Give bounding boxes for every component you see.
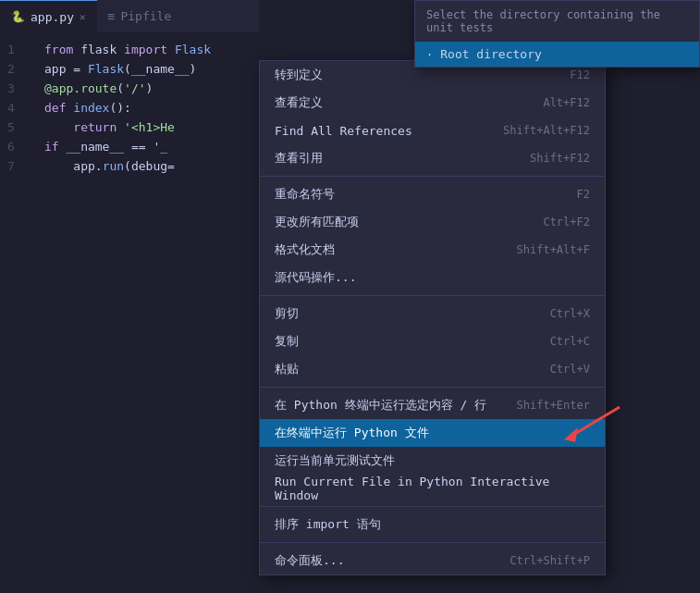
menu-item-label: 查看引用 xyxy=(275,150,530,167)
menu-item-shortcut: Ctrl+C xyxy=(550,335,590,348)
root-directory-label: Root directory xyxy=(440,47,542,61)
menu-item-shortcut: Shift+Alt+F12 xyxy=(503,124,590,137)
separator-4 xyxy=(260,506,605,507)
menu-item-label: 源代码操作... xyxy=(275,269,590,286)
separator-2 xyxy=(260,295,605,296)
root-directory-option[interactable]: · Root directory xyxy=(415,42,699,67)
tab-pipfile[interactable]: ≡ Pipfile xyxy=(97,0,183,32)
menu-item-label: 查看定义 xyxy=(275,94,543,111)
menu-item-run-in-terminal[interactable]: 在终端中运行 Python 文件 xyxy=(260,419,605,447)
tab-close-icon[interactable]: ✕ xyxy=(80,11,86,23)
tab-apppy-label: app.py xyxy=(31,10,74,24)
menu-item-label: 剪切 xyxy=(275,305,550,322)
pipfile-icon: ≡ xyxy=(108,9,116,23)
menu-item-shortcut: Shift+Alt+F xyxy=(517,243,590,256)
test-selector-panel: Select the directory containing the unit… xyxy=(414,0,700,68)
menu-item-peek-def[interactable]: 查看定义 Alt+F12 xyxy=(260,89,605,117)
menu-item-shortcut: Ctrl+X xyxy=(550,307,590,320)
menu-item-label: Run Current File in Python Interactive W… xyxy=(275,475,590,502)
tab-pipfile-label: Pipfile xyxy=(120,9,171,23)
separator-5 xyxy=(260,542,605,543)
menu-item-shortcut: Alt+F12 xyxy=(543,96,590,109)
menu-item-command-palette[interactable]: 命令面板... Ctrl+Shift+P xyxy=(260,547,605,574)
menu-item-label: 转到定义 xyxy=(275,67,570,83)
menu-item-label: 命令面板... xyxy=(275,552,510,569)
menu-item-label: 重命名符号 xyxy=(275,186,577,203)
menu-item-sort-imports[interactable]: 排序 import 语句 xyxy=(260,511,605,538)
menu-item-label: 在 Python 终端中运行选定内容 / 行 xyxy=(275,397,517,414)
menu-item-shortcut: Ctrl+V xyxy=(550,363,590,376)
menu-item-label: 运行当前单元测试文件 xyxy=(275,452,590,469)
bullet-icon: · xyxy=(426,48,433,61)
tab-bar: 🐍 app.py ✕ ≡ Pipfile xyxy=(0,0,259,32)
menu-item-rename[interactable]: 重命名符号 F2 xyxy=(260,180,605,208)
menu-item-label: 在终端中运行 Python 文件 xyxy=(275,425,590,441)
menu-item-label: 粘贴 xyxy=(275,361,550,377)
menu-item-label: 排序 import 语句 xyxy=(275,516,590,533)
context-menu: 转到定义 F12 查看定义 Alt+F12 Find All Reference… xyxy=(259,60,606,575)
menu-item-shortcut: Ctrl+Shift+P xyxy=(510,554,590,567)
code-editor[interactable]: from flask import Flask app = Flask(__na… xyxy=(37,32,259,176)
menu-item-shortcut: Shift+F12 xyxy=(530,152,590,165)
menu-item-label: 复制 xyxy=(275,333,550,350)
test-selector-header: Select the directory containing the unit… xyxy=(415,1,699,42)
separator-1 xyxy=(260,176,605,177)
menu-item-change-all[interactable]: 更改所有匹配项 Ctrl+F2 xyxy=(260,208,605,236)
test-selector-title: Select the directory containing the unit… xyxy=(426,8,660,34)
menu-item-shortcut: Shift+Enter xyxy=(517,399,590,412)
menu-item-cut[interactable]: 剪切 Ctrl+X xyxy=(260,300,605,327)
menu-item-shortcut: F12 xyxy=(570,68,590,81)
tab-apppy[interactable]: 🐍 app.py ✕ xyxy=(0,0,97,32)
menu-item-source-action[interactable]: 源代码操作... xyxy=(260,264,605,291)
menu-item-run-selection[interactable]: 在 Python 终端中运行选定内容 / 行 Shift+Enter xyxy=(260,391,605,419)
menu-item-copy[interactable]: 复制 Ctrl+C xyxy=(260,327,605,355)
line-numbers: 1 2 3 4 5 6 7 xyxy=(0,32,37,176)
menu-item-find-refs[interactable]: Find All References Shift+Alt+F12 xyxy=(260,117,605,144)
menu-item-label: 格式化文档 xyxy=(275,241,517,258)
menu-item-label: 更改所有匹配项 xyxy=(275,214,543,230)
menu-item-label: Find All References xyxy=(275,124,503,138)
menu-item-format-doc[interactable]: 格式化文档 Shift+Alt+F xyxy=(260,236,605,264)
python-icon: 🐍 xyxy=(11,10,25,23)
editor-panel: 🐍 app.py ✕ ≡ Pipfile 1 2 3 4 5 6 7 from … xyxy=(0,0,259,593)
menu-item-run-unit-test[interactable]: 运行当前单元测试文件 xyxy=(260,447,605,475)
menu-item-paste[interactable]: 粘贴 Ctrl+V xyxy=(260,355,605,383)
menu-item-shortcut: F2 xyxy=(577,188,590,201)
menu-item-shortcut: Ctrl+F2 xyxy=(543,216,590,229)
menu-item-run-interactive[interactable]: Run Current File in Python Interactive W… xyxy=(260,475,605,502)
menu-item-peek-refs[interactable]: 查看引用 Shift+F12 xyxy=(260,144,605,172)
separator-3 xyxy=(260,387,605,388)
